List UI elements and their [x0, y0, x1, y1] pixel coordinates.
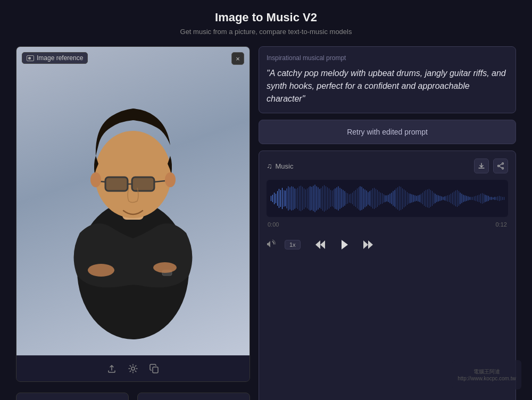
prompt-box: Inspirational musical prompt "A catchy p… — [259, 46, 516, 113]
fast-forward-button[interactable] — [362, 240, 374, 249]
page-title: Image to Music V2 — [16, 11, 516, 24]
svg-point-18 — [502, 168, 504, 169]
api-status-card: API status — [137, 393, 250, 400]
speed-badge[interactable]: 1x — [285, 240, 301, 249]
model-selector-card: Choose a model — [16, 393, 129, 400]
svg-marker-23 — [315, 240, 320, 249]
image-reference-label: Image reference — [37, 54, 83, 62]
music-actions — [474, 159, 508, 173]
share-button[interactable] — [493, 159, 508, 173]
svg-point-10 — [90, 172, 101, 187]
svg-point-14 — [153, 262, 177, 273]
music-note-icon: ♫ — [267, 162, 272, 170]
prompt-text: "A catchy pop melody with upbeat drums, … — [267, 67, 508, 105]
time-row: 0:00 0:12 — [267, 221, 508, 228]
copy-icon[interactable] — [149, 363, 160, 374]
person-silhouette — [48, 63, 218, 339]
music-label-row: ♫ Music — [267, 162, 293, 170]
waveform-container[interactable] — [267, 180, 508, 217]
svg-point-11 — [165, 172, 176, 187]
watermark: 電腦王阿達http://www.kocpc.com.tw — [452, 360, 521, 389]
upload-icon[interactable] — [106, 363, 117, 374]
settings-icon[interactable] — [128, 363, 138, 374]
time-start: 0:00 — [268, 221, 279, 228]
svg-marker-26 — [368, 240, 373, 249]
svg-point-15 — [131, 367, 135, 370]
svg-rect-7 — [132, 178, 154, 190]
image-reference-box: Image reference × — [16, 46, 250, 382]
close-button[interactable]: × — [231, 52, 244, 65]
left-panel: Image reference × — [16, 46, 250, 400]
svg-line-21 — [500, 166, 502, 168]
svg-rect-16 — [153, 367, 158, 373]
svg-marker-22 — [320, 240, 325, 249]
svg-point-13 — [88, 264, 114, 277]
volume-icon[interactable] — [267, 239, 276, 251]
playback-controls — [314, 235, 374, 254]
uploaded-image — [16, 47, 250, 355]
svg-point-2 — [95, 131, 171, 218]
image-icon — [27, 55, 34, 61]
controls-row: 1x — [267, 235, 508, 254]
time-end: 0:12 — [496, 221, 507, 228]
svg-line-20 — [500, 164, 502, 165]
retry-button[interactable]: Retry with edited prompt — [259, 120, 516, 144]
rewind-button[interactable] — [314, 240, 326, 249]
svg-point-19 — [498, 165, 500, 167]
svg-marker-24 — [342, 240, 348, 249]
page-subtitle: Get music from a picture, compare text-t… — [16, 28, 516, 36]
image-toolbar — [16, 355, 250, 381]
bottom-row: Choose a model API status — [16, 393, 250, 400]
music-label: Music — [276, 162, 294, 170]
play-button[interactable] — [335, 235, 354, 254]
prompt-label: Inspirational musical prompt — [267, 54, 508, 62]
download-button[interactable] — [474, 159, 489, 173]
waveform-bars — [271, 185, 504, 212]
svg-point-17 — [502, 163, 504, 164]
right-panel: Inspirational musical prompt "A catchy p… — [259, 46, 516, 400]
svg-rect-6 — [106, 178, 127, 190]
image-reference-header: Image reference — [22, 52, 88, 64]
music-player-header: ♫ Music — [267, 159, 508, 173]
svg-marker-25 — [363, 240, 368, 249]
